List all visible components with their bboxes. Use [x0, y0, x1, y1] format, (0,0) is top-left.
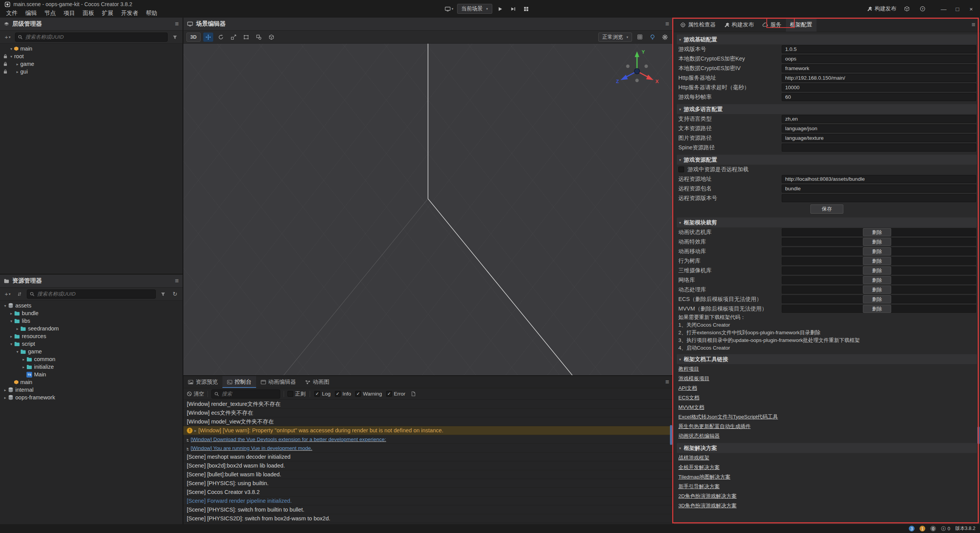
- assets-filter-button[interactable]: [158, 289, 168, 299]
- log-row[interactable]: [Window] model_view文件夹不存在: [183, 417, 673, 426]
- 3d-toggle-button[interactable]: 3D: [186, 33, 201, 42]
- preview-device-button[interactable]: ▾: [444, 4, 454, 14]
- tree-arrow-icon[interactable]: ▸: [8, 334, 14, 338]
- menu-item[interactable]: 帮助: [142, 8, 161, 18]
- world-pivot-button[interactable]: [266, 33, 276, 42]
- panel-menu-icon[interactable]: ≡: [662, 376, 673, 388]
- checkbox-icon[interactable]: ✓: [314, 391, 320, 397]
- tree-node[interactable]: ▸seedrandom: [0, 325, 183, 332]
- delete-button-network[interactable]: 删除: [863, 276, 891, 284]
- tree-node[interactable]: ▾root: [0, 52, 183, 60]
- console-tab-animation-graph[interactable]: 动画图: [301, 376, 334, 388]
- log-row[interactable]: [Scene] [PHYSICS]: switch from builtin t…: [183, 505, 673, 514]
- doc-link-guide[interactable]: 新手引导解决方案: [678, 483, 720, 490]
- refresh-assets-button[interactable]: ↻: [170, 289, 180, 299]
- log-row[interactable]: [Scene] [bullet]:bullet wasm lib loaded.: [183, 470, 673, 479]
- tree-arrow-icon[interactable]: ▸: [2, 388, 8, 392]
- scene-settings-button[interactable]: [660, 33, 670, 42]
- tree-node[interactable]: ▸bundle: [0, 309, 183, 317]
- log-row[interactable]: [Window] ecs文件夹不存在: [183, 409, 673, 417]
- filter-warning[interactable]: ✓Warning: [355, 391, 382, 397]
- scene-viewport[interactable]: Y X Z: [183, 44, 673, 375]
- filter-info[interactable]: ✓Info: [335, 391, 351, 397]
- input-remote-bundle[interactable]: [782, 185, 976, 193]
- tree-node[interactable]: ▾assets: [0, 302, 183, 309]
- assets-search-input[interactable]: [27, 289, 156, 299]
- log-count-badge[interactable]: 3: [909, 526, 915, 531]
- tree-node[interactable]: ▾main: [0, 45, 183, 52]
- input-remote-version[interactable]: [782, 194, 976, 202]
- input-crypto-iv[interactable]: [782, 64, 976, 72]
- tree-node[interactable]: TSMain: [0, 371, 183, 378]
- light-toggle-button[interactable]: [647, 33, 657, 42]
- error-count-badge[interactable]: 0: [930, 526, 936, 531]
- checkbox-icon[interactable]: [287, 391, 293, 397]
- input-http-server[interactable]: [782, 74, 976, 82]
- log-row[interactable]: [Scene] Cocos Creator v3.8.2: [183, 488, 673, 497]
- panel-menu-icon[interactable]: ≡: [969, 18, 978, 32]
- input-lang-spine-path[interactable]: [782, 144, 976, 152]
- menu-item[interactable]: 文件: [2, 8, 21, 18]
- hierarchy-search-input[interactable]: [15, 33, 168, 42]
- log-row[interactable]: [Scene] [box2d]:box2d wasm lib loaded.: [183, 461, 673, 470]
- create-node-button[interactable]: + ▾: [3, 33, 12, 42]
- tree-node[interactable]: ▸internal: [0, 386, 183, 394]
- tree-arrow-icon[interactable]: ▾: [2, 304, 8, 308]
- delete-button-effect[interactable]: 删除: [863, 238, 891, 246]
- tree-arrow-icon[interactable]: ▸: [21, 357, 26, 361]
- doc-link-mvvm-doc[interactable]: MVVM文档: [678, 404, 704, 411]
- step-button[interactable]: [508, 4, 518, 14]
- input-game-version[interactable]: [782, 45, 976, 53]
- tree-node[interactable]: ▸resources: [0, 332, 183, 340]
- menu-item[interactable]: 面板: [79, 8, 98, 18]
- checkbox-icon[interactable]: ✓: [355, 391, 361, 397]
- expand-arrow-icon[interactable]: ▸: [187, 437, 189, 441]
- clear-console-button[interactable]: 清空: [187, 391, 204, 397]
- collapse-logs-button[interactable]: [409, 389, 418, 399]
- close-button[interactable]: ×: [966, 6, 976, 12]
- create-asset-button[interactable]: + ▾: [3, 289, 12, 299]
- delete-button-move[interactable]: 删除: [863, 247, 891, 255]
- doc-link-excel-tool[interactable]: Excel格式转Json文件与TypeScript代码工具: [678, 414, 778, 420]
- doc-link-template-project[interactable]: 游戏模板项目: [678, 375, 709, 382]
- doc-link-tiledmap[interactable]: Tiledmap地图解决方案: [678, 474, 730, 481]
- input-lang-json-path[interactable]: [782, 124, 976, 132]
- warning-count-badge[interactable]: 1: [920, 526, 925, 531]
- tree-node[interactable]: ▾game: [0, 348, 183, 355]
- tree-arrow-icon[interactable]: ▾: [8, 342, 14, 346]
- doc-link-hot-update-plugin[interactable]: 原生包热更新配置自动生成插件: [678, 423, 751, 430]
- section-header[interactable]: ▾框架模块裁剪: [677, 217, 977, 227]
- console-tab-console[interactable]: 控制台: [222, 376, 256, 388]
- scale-tool-button[interactable]: [229, 33, 238, 42]
- doc-link-rpg-2d[interactable]: 2D角色扮演游戏解决方案: [678, 493, 737, 500]
- log-row[interactable]: [Scene] Forward render pipeline initiali…: [183, 497, 673, 505]
- doc-link-animator-editor[interactable]: 动画状态机编辑器: [678, 433, 720, 440]
- input-http-timeout[interactable]: [782, 83, 976, 92]
- console-scrollbar[interactable]: [670, 425, 672, 445]
- menu-item[interactable]: 节点: [41, 8, 60, 18]
- console-tab-asset-preview[interactable]: 资源预览: [183, 376, 222, 388]
- tree-node[interactable]: main: [0, 378, 183, 386]
- tree-arrow-icon[interactable]: ▸: [8, 311, 14, 316]
- doc-link-api-doc[interactable]: API文档: [678, 385, 697, 392]
- input-crypto-key[interactable]: [782, 55, 976, 63]
- menu-item[interactable]: 开发者: [117, 8, 142, 18]
- rotate-tool-button[interactable]: [216, 33, 226, 42]
- expand-arrow-icon[interactable]: ▸: [194, 428, 196, 433]
- doc-link-tutorial-project[interactable]: 教程项目: [678, 366, 699, 373]
- menu-item[interactable]: 扩展: [98, 8, 117, 18]
- section-header[interactable]: ▾框架解决方案: [677, 443, 977, 453]
- sort-assets-button[interactable]: [15, 289, 24, 299]
- tree-node[interactable]: ▸gui: [0, 68, 183, 75]
- log-row[interactable]: !▸[Window] [Vue warn]: Property "onInput…: [183, 426, 673, 435]
- delete-button-ecs[interactable]: 删除: [863, 295, 891, 303]
- log-row[interactable]: ▸[Window] Download the Vue Devtools exte…: [183, 435, 673, 444]
- maximize-button[interactable]: □: [952, 6, 962, 12]
- log-row[interactable]: [Scene] meshopt wasm decoder initialized: [183, 453, 673, 461]
- tree-node[interactable]: ▸common: [0, 355, 183, 363]
- menu-item[interactable]: 编辑: [21, 8, 41, 18]
- tree-arrow-icon[interactable]: ▾: [8, 47, 14, 51]
- checkbox-remote-load[interactable]: [678, 167, 684, 172]
- filter-log[interactable]: ✓Log: [314, 391, 331, 397]
- view-mode-dropdown[interactable]: 正常浏览 ▾: [598, 33, 632, 42]
